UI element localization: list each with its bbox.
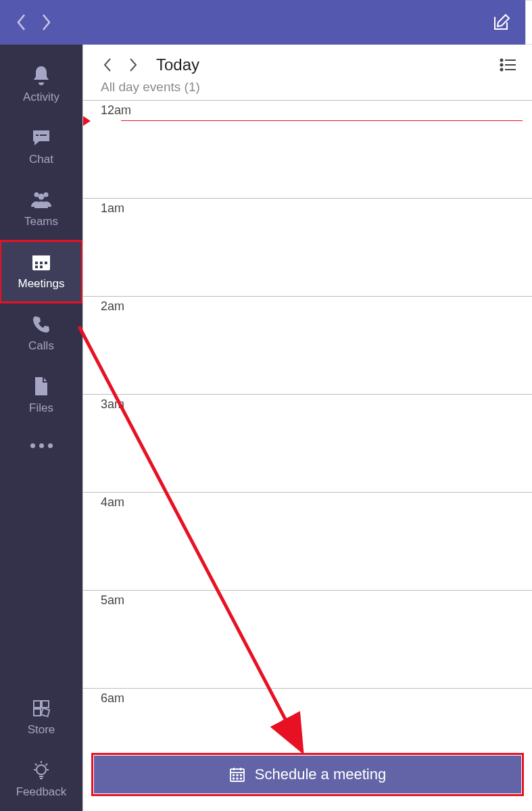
- rail-item-teams[interactable]: Teams: [0, 178, 82, 241]
- hour-label: 2am: [83, 297, 121, 394]
- back-button[interactable]: [9, 10, 34, 34]
- dot-icon: [48, 443, 53, 448]
- bell-icon: [31, 64, 51, 88]
- calendar-body[interactable]: 12am 1am 2am 3am 4am 5am: [83, 100, 532, 747]
- window-edge: [525, 0, 532, 45]
- hour-label: 3am: [83, 395, 121, 492]
- svg-rect-13: [42, 701, 49, 708]
- hour-label: 5am: [83, 591, 121, 688]
- chat-icon: [31, 126, 51, 150]
- rail-label: Activity: [23, 91, 59, 104]
- svg-rect-7: [35, 262, 38, 264]
- svg-rect-9: [45, 262, 47, 264]
- svg-rect-8: [40, 262, 43, 264]
- app-rail: Activity Chat Teams Meetings Calls: [0, 45, 82, 811]
- current-time-indicator: [83, 120, 523, 121]
- chevron-left-icon: [103, 57, 112, 72]
- compose-button[interactable]: [490, 11, 513, 34]
- svg-point-2: [34, 193, 39, 197]
- store-icon: [32, 696, 51, 720]
- now-line: [121, 120, 523, 121]
- rail-label: Store: [28, 723, 55, 737]
- hour-area[interactable]: [121, 101, 532, 198]
- hour-slot[interactable]: 1am: [83, 198, 532, 296]
- hour-area[interactable]: [121, 689, 532, 747]
- hour-area[interactable]: [121, 199, 532, 296]
- hour-slot[interactable]: 6am: [83, 688, 532, 747]
- svg-point-36: [240, 775, 241, 776]
- hour-slot[interactable]: 2am: [83, 296, 532, 394]
- rail-item-chat[interactable]: Chat: [0, 116, 82, 178]
- svg-point-28: [501, 69, 503, 71]
- lightbulb-icon: [32, 758, 51, 783]
- all-day-events-label[interactable]: All day events (1): [98, 80, 517, 95]
- calendar-icon: [31, 250, 51, 274]
- phone-icon: [32, 312, 51, 337]
- dot-icon: [30, 443, 35, 448]
- rail-item-activity[interactable]: Activity: [0, 54, 82, 116]
- chevron-right-icon: [128, 57, 138, 72]
- rail-label: Meetings: [18, 277, 65, 291]
- rail-more-button[interactable]: [0, 427, 82, 464]
- dot-icon: [39, 443, 44, 448]
- svg-point-24: [501, 59, 503, 62]
- calendar-pane: Today All day events (1) 12am 1am 2am: [82, 45, 532, 811]
- prev-day-button[interactable]: [98, 55, 117, 74]
- schedule-meeting-button[interactable]: Schedule a meeting: [94, 756, 521, 793]
- hour-area[interactable]: [121, 297, 532, 394]
- svg-rect-1: [40, 134, 47, 136]
- schedule-button-label: Schedule a meeting: [255, 766, 386, 783]
- svg-point-16: [37, 765, 46, 775]
- svg-point-26: [501, 64, 503, 66]
- svg-point-35: [237, 775, 238, 776]
- rail-label: Files: [29, 401, 53, 415]
- calendar-header: Today All day events (1): [83, 45, 532, 100]
- hour-label: 4am: [83, 493, 121, 590]
- rail-item-files[interactable]: Files: [0, 365, 82, 427]
- svg-point-39: [240, 778, 241, 779]
- hour-slot[interactable]: 5am: [83, 590, 532, 688]
- now-triangle-icon: [83, 116, 91, 126]
- svg-rect-11: [40, 266, 43, 268]
- rail-label: Teams: [24, 215, 58, 228]
- compose-icon: [492, 13, 511, 32]
- chevron-left-icon: [16, 14, 27, 31]
- chevron-right-icon: [41, 14, 51, 31]
- list-icon: [500, 58, 516, 72]
- svg-rect-14: [34, 709, 41, 716]
- list-view-button[interactable]: [498, 55, 517, 74]
- svg-point-4: [39, 194, 45, 200]
- rail-item-store[interactable]: Store: [0, 687, 82, 749]
- teams-icon: [30, 188, 53, 212]
- svg-line-23: [46, 764, 48, 766]
- hour-label: 6am: [83, 689, 121, 747]
- svg-rect-0: [36, 134, 39, 136]
- app-body: Activity Chat Teams Meetings Calls: [0, 45, 532, 811]
- svg-rect-6: [32, 255, 50, 260]
- svg-point-38: [237, 778, 238, 779]
- hour-slot[interactable]: 3am: [83, 394, 532, 492]
- svg-rect-12: [34, 701, 41, 708]
- forward-button[interactable]: [34, 10, 58, 34]
- rail-spacer: [0, 464, 82, 687]
- rail-item-feedback[interactable]: Feedback: [0, 749, 82, 811]
- hour-area[interactable]: [121, 591, 532, 688]
- svg-rect-10: [35, 266, 38, 268]
- rail-item-meetings[interactable]: Meetings: [0, 241, 82, 303]
- svg-point-3: [44, 193, 49, 197]
- svg-point-37: [233, 778, 234, 779]
- svg-rect-15: [41, 708, 49, 716]
- next-day-button[interactable]: [124, 55, 143, 74]
- rail-label: Feedback: [16, 785, 67, 799]
- file-icon: [33, 374, 49, 399]
- calendar-title: Today: [156, 55, 199, 74]
- svg-line-22: [35, 764, 37, 766]
- hour-slot[interactable]: 12am: [83, 100, 532, 198]
- rail-label: Calls: [28, 339, 54, 353]
- hour-slot[interactable]: 4am: [83, 492, 532, 590]
- titlebar: [0, 0, 532, 45]
- hour-area[interactable]: [121, 395, 532, 492]
- hour-area[interactable]: [121, 493, 532, 590]
- svg-point-34: [233, 775, 234, 776]
- rail-item-calls[interactable]: Calls: [0, 303, 82, 365]
